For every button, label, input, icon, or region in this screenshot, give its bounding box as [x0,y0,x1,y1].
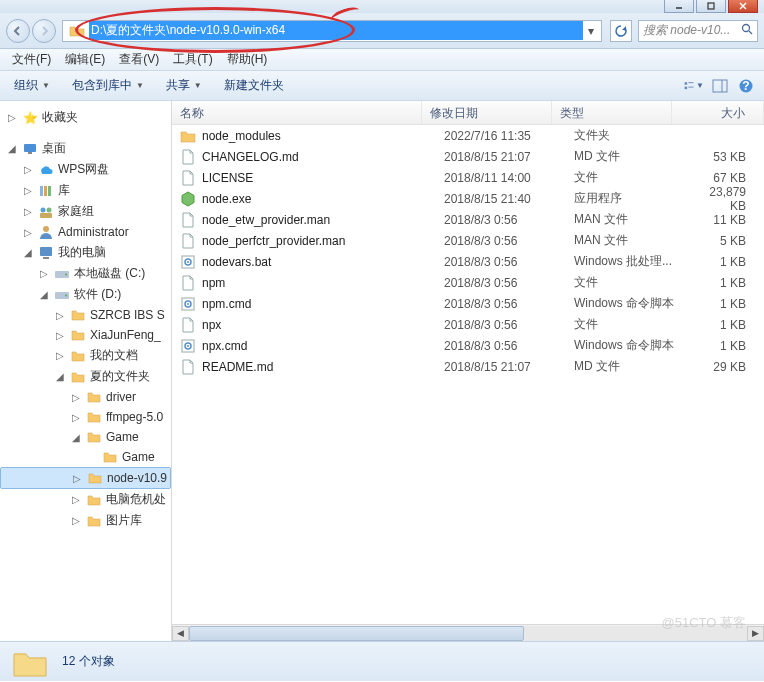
col-name[interactable]: 名称 [172,101,422,124]
file-row[interactable]: LICENSE2018/8/11 14:00文件67 KB [172,167,764,188]
sidebar-computer[interactable]: ◢我的电脑 [0,242,171,263]
sidebar-folder[interactable]: ◢夏的文件夹 [0,366,171,387]
menu-file[interactable]: 文件(F) [6,49,57,70]
file-size: 1 KB [694,339,764,353]
drive-icon [54,287,70,303]
library-icon [38,183,54,199]
file-name: CHANGELOG.md [202,150,444,164]
file-type: Windows 命令脚本 [574,337,694,354]
file-size: 1 KB [694,297,764,311]
file-row[interactable]: CHANGELOG.md2018/8/15 21:07MD 文件53 KB [172,146,764,167]
chevron-right-icon: ▷ [6,112,18,123]
scroll-left-icon[interactable]: ◀ [172,626,189,641]
view-mode-button[interactable]: ▼ [684,76,704,96]
file-name: nodevars.bat [202,255,444,269]
sidebar-folder[interactable]: Game [0,447,171,467]
file-name: npx [202,318,444,332]
file-size: 1 KB [694,318,764,332]
forward-button[interactable] [32,19,56,43]
file-row[interactable]: node_perfctr_provider.man2018/8/3 0:56MA… [172,230,764,251]
sidebar-desktop[interactable]: ◢桌面 [0,138,171,159]
organize-button[interactable]: 组织▼ [8,74,56,97]
file-date: 2018/8/3 0:56 [444,234,574,248]
sidebar-drive-c[interactable]: ▷本地磁盘 (C:) [0,263,171,284]
file-icon [180,296,196,312]
menu-help[interactable]: 帮助(H) [221,49,274,70]
file-row[interactable]: node_modules2022/7/16 11:35文件夹 [172,125,764,146]
sidebar-favorites[interactable]: ▷⭐收藏夹 [0,107,171,128]
svg-point-19 [41,207,46,212]
file-row[interactable]: npx2018/8/3 0:56文件1 KB [172,314,764,335]
file-row[interactable]: npm2018/8/3 0:56文件1 KB [172,272,764,293]
file-row[interactable]: README.md2018/8/15 21:07MD 文件29 KB [172,356,764,377]
newfolder-button[interactable]: 新建文件夹 [218,74,290,97]
sidebar-drive-d[interactable]: ◢软件 (D:) [0,284,171,305]
file-row[interactable]: nodevars.bat2018/8/3 0:56Windows 批处理...1… [172,251,764,272]
minimize-button[interactable] [664,0,694,13]
sidebar-folder[interactable]: ▷driver [0,387,171,407]
close-button[interactable] [728,0,758,13]
desktop-icon [22,141,38,157]
sidebar: ▷⭐收藏夹 ◢桌面 ▷WPS网盘 ▷库 ▷家庭组 ▷Administrator … [0,101,172,641]
file-icon [180,254,196,270]
file-size: 29 KB [694,360,764,374]
preview-pane-button[interactable] [710,76,730,96]
file-date: 2018/8/15 21:07 [444,360,574,374]
menu-edit[interactable]: 编辑(E) [59,49,111,70]
svg-rect-15 [28,152,32,154]
svg-rect-23 [40,247,52,256]
address-dropdown[interactable]: ▾ [583,24,599,38]
col-type[interactable]: 类型 [552,101,672,124]
search-box[interactable]: 搜索 node-v10... [638,20,758,42]
maximize-button[interactable] [696,0,726,13]
file-row[interactable]: node_etw_provider.man2018/8/3 0:56MAN 文件… [172,209,764,230]
file-type: MD 文件 [574,358,694,375]
svg-rect-7 [688,82,693,83]
address-text[interactable]: D:\夏的文件夹\node-v10.9.0-win-x64 [89,21,583,40]
sidebar-folder-selected[interactable]: ▷node-v10.9 [0,467,171,489]
col-date[interactable]: 修改日期 [422,101,552,124]
sidebar-admin[interactable]: ▷Administrator [0,222,171,242]
scroll-right-icon[interactable]: ▶ [747,626,764,641]
svg-line-5 [749,31,752,34]
menu-tools[interactable]: 工具(T) [167,49,218,70]
sidebar-library[interactable]: ▷库 [0,180,171,201]
folder-icon [70,307,86,323]
sidebar-wps[interactable]: ▷WPS网盘 [0,159,171,180]
include-button[interactable]: 包含到库中▼ [66,74,150,97]
sidebar-folder[interactable]: ▷图片库 [0,510,171,531]
sidebar-folder[interactable]: ▷SZRCB IBS S [0,305,171,325]
file-row[interactable]: npx.cmd2018/8/3 0:56Windows 命令脚本1 KB [172,335,764,356]
sidebar-folder[interactable]: ▷我的文档 [0,345,171,366]
svg-text:?: ? [742,79,749,93]
file-size: 11 KB [694,213,764,227]
sidebar-folder[interactable]: ◢Game [0,427,171,447]
scroll-thumb[interactable] [189,626,524,641]
search-icon [741,23,753,38]
file-date: 2018/8/11 14:00 [444,171,574,185]
file-row[interactable]: node.exe2018/8/15 21:40应用程序23,879 KB [172,188,764,209]
refresh-button[interactable] [610,20,632,42]
sidebar-homegroup[interactable]: ▷家庭组 [0,201,171,222]
file-type: MAN 文件 [574,211,694,228]
sidebar-folder[interactable]: ▷电脑危机处 [0,489,171,510]
sidebar-folder[interactable]: ▷ffmpeg-5.0 [0,407,171,427]
svg-point-26 [65,273,67,275]
svg-rect-14 [24,144,36,152]
menu-view[interactable]: 查看(V) [113,49,165,70]
share-button[interactable]: 共享▼ [160,74,208,97]
file-icon [180,275,196,291]
column-headers: 名称 修改日期 类型 大小 [172,101,764,125]
file-row[interactable]: npm.cmd2018/8/3 0:56Windows 命令脚本1 KB [172,293,764,314]
back-button[interactable] [6,19,30,43]
svg-rect-17 [44,186,47,196]
search-placeholder: 搜索 node-v10... [643,22,737,39]
help-button[interactable]: ? [736,76,756,96]
col-size[interactable]: 大小 [672,101,764,124]
svg-rect-9 [688,86,693,87]
file-name: npx.cmd [202,339,444,353]
sidebar-folder[interactable]: ▷XiaJunFeng_ [0,325,171,345]
file-name: LICENSE [202,171,444,185]
address-bar[interactable]: D:\夏的文件夹\node-v10.9.0-win-x64 ▾ [62,20,602,42]
file-icon [180,128,196,144]
